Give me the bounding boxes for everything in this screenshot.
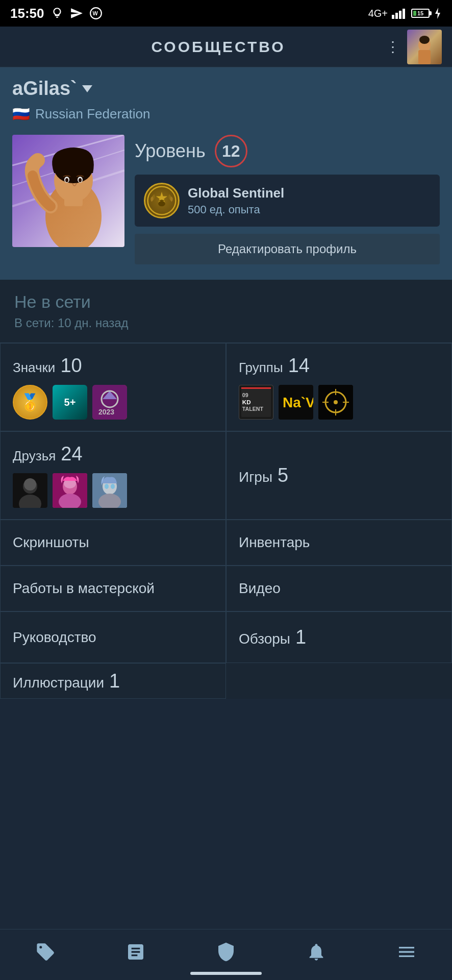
groups-label: Группы [239, 360, 283, 376]
nav-shield[interactable] [206, 937, 246, 967]
friends-label: Друзья [13, 448, 56, 464]
page-title: СООБЩЕСТВО [51, 38, 386, 56]
svg-text:KD: KD [242, 399, 251, 405]
svg-point-21 [65, 178, 68, 182]
more-options-button[interactable]: ⋮ [386, 38, 400, 55]
tag-icon [35, 942, 56, 962]
nav-news[interactable] [115, 937, 156, 967]
last-online-text: В сети: 10 дн. назад [14, 316, 438, 330]
friends-icons [13, 473, 213, 508]
groups-count: 14 [288, 355, 310, 377]
svg-point-10 [419, 36, 430, 44]
flag-icon: 🇷🇺 [12, 106, 30, 122]
badges-header: Значки 10 [13, 355, 213, 377]
battery-icon: 15 [411, 9, 430, 18]
reviews-cell[interactable]: Обзоры 1 [226, 611, 452, 663]
illustrations-count: 1 [109, 670, 120, 692]
videos-cell[interactable]: Видео [226, 566, 452, 611]
menu-icon [396, 942, 417, 962]
workshop-cell[interactable]: Работы в мастерской [0, 566, 226, 611]
charging-icon [434, 8, 442, 19]
alarm-icon [51, 7, 64, 20]
group-kdtalent-icon: 09 KD TALENT [239, 385, 273, 420]
status-bar: 15:50 W 4G+ 15 [0, 0, 452, 27]
header-avatar[interactable] [407, 30, 442, 64]
offline-status: Не в сети [14, 292, 438, 312]
guides-label: Руководство [13, 629, 96, 646]
group-crosshair-icon [318, 385, 353, 420]
country-row: 🇷🇺 Russian Federation [12, 106, 440, 122]
profile-avatar[interactable] [12, 135, 124, 247]
illustrations-cell[interactable]: Иллюстрации 1 [0, 663, 226, 699]
svg-rect-2 [392, 15, 394, 19]
friend2-icon [53, 473, 87, 508]
games-cell[interactable]: Игры 5 [226, 431, 452, 520]
signal-text: 4G+ [368, 8, 388, 19]
time: 15:50 [10, 6, 44, 21]
rank-info: Global Sentinel 500 ед. опыта [188, 185, 284, 216]
nav-tag[interactable] [25, 937, 66, 967]
videos-label: Видео [239, 580, 281, 597]
svg-rect-3 [395, 13, 398, 19]
battery-percent: 15 [412, 10, 429, 16]
svg-point-22 [79, 178, 82, 182]
news-icon [125, 942, 146, 962]
svg-rect-33 [241, 387, 271, 389]
reviews-label: Обзоры [239, 631, 290, 647]
header-avatar-art [407, 30, 442, 64]
nav-bell[interactable] [296, 937, 337, 967]
svg-marker-6 [435, 8, 440, 19]
friend1-icon [13, 473, 47, 508]
friends-header: Друзья 24 [13, 443, 213, 465]
badge-5plus-icon: 5+ [53, 385, 87, 420]
friends-count: 24 [61, 443, 82, 465]
groups-cell[interactable]: Группы 14 09 KD TALENT Na`Vi [226, 343, 452, 431]
screenshots-label: Скриншоты [13, 534, 89, 551]
groups-header: Группы 14 [239, 355, 439, 377]
badges-icons: 🥇 5+ 2023 [13, 385, 213, 420]
badges-cell[interactable]: Значки 10 🥇 5+ 2023 [0, 343, 226, 431]
svg-point-42 [334, 400, 338, 404]
svg-rect-4 [399, 11, 401, 19]
profile-section: aGilas` 🇷🇺 Russian Federation [0, 67, 452, 280]
svg-text:W: W [92, 10, 98, 16]
stats-grid: Значки 10 🥇 5+ 2023 Группы 14 [0, 343, 452, 699]
games-label: Игры [239, 469, 272, 485]
svg-point-54 [105, 484, 109, 489]
rank-card: Global Sentinel 500 ед. опыта [135, 175, 440, 227]
app-header: СООБЩЕСТВО ⋮ [0, 27, 452, 67]
rank-emblem [146, 185, 177, 216]
screenshots-cell[interactable]: Скриншоты [0, 520, 226, 566]
illustrations-label: Иллюстрации [13, 675, 104, 691]
country-name: Russian Federation [35, 106, 150, 122]
rank-xp: 500 ед. опыта [188, 203, 284, 216]
rank-name: Global Sentinel [188, 185, 284, 201]
send-icon [70, 7, 83, 20]
profile-content: Уровень 12 [12, 135, 440, 264]
online-status-section: Не в сети В сети: 10 дн. назад [0, 280, 452, 343]
signal-bars [392, 8, 407, 19]
svg-point-55 [111, 484, 115, 489]
workshop-label: Работы в мастерской [13, 580, 155, 597]
nav-menu[interactable] [386, 937, 427, 967]
bell-icon [306, 942, 327, 962]
header-actions: ⋮ [386, 30, 442, 64]
profile-info: Уровень 12 [135, 135, 440, 264]
inventory-cell[interactable]: Инвентарь [226, 520, 452, 566]
username-dropdown[interactable] [82, 85, 92, 92]
profile-avatar-art [12, 135, 124, 247]
friends-cell[interactable]: Друзья 24 [0, 431, 226, 520]
status-right: 4G+ 15 [368, 8, 442, 19]
games-count: 5 [278, 464, 288, 486]
guides-cell[interactable]: Руководство [0, 611, 226, 663]
svg-text:TALENT: TALENT [242, 406, 264, 412]
svg-text:09: 09 [242, 392, 248, 398]
reviews-count: 1 [295, 626, 306, 648]
svg-point-24 [158, 201, 165, 206]
edit-profile-button[interactable]: Редактировать профиль [135, 234, 440, 264]
scroll-indicator [190, 972, 262, 975]
svg-point-46 [24, 478, 36, 491]
inventory-label: Инвентарь [239, 534, 310, 551]
svg-rect-5 [403, 9, 405, 19]
level-row: Уровень 12 [135, 135, 440, 167]
